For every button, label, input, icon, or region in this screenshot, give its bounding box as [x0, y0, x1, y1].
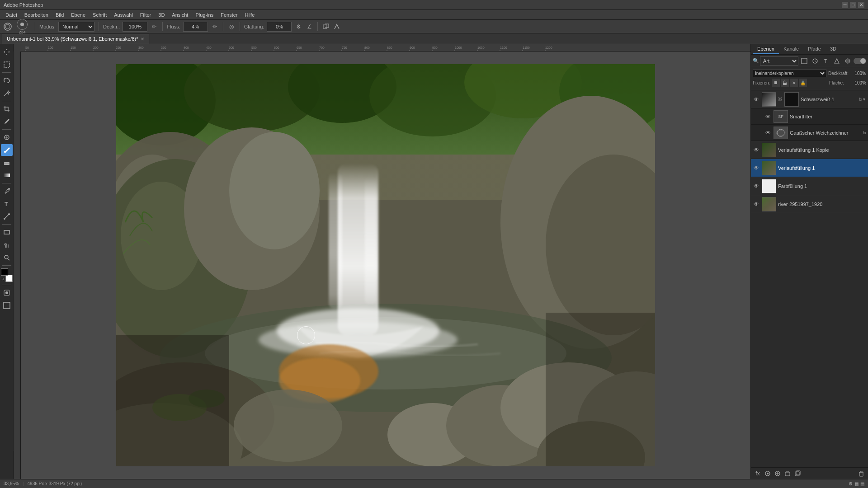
layer-subitem-gaussweich[interactable]: 👁 Gaußscher Weichzeichner fx — [751, 125, 868, 141]
lock-position-btn[interactable] — [781, 79, 789, 87]
layer-type-filter-adjust[interactable] — [810, 56, 820, 66]
patch-tool[interactable] — [1, 131, 13, 143]
angle-icon[interactable]: ∠ — [305, 23, 313, 31]
layer-subitem-smartfilter[interactable]: 👁 SF Smartfilter — [751, 108, 868, 125]
svg-rect-118 — [795, 472, 799, 476]
delete-layer-btn[interactable] — [857, 469, 865, 478]
layer-item-river[interactable]: 👁 river-2951997_1920 — [751, 195, 868, 213]
deckraft-pen-icon[interactable]: ✏ — [150, 23, 158, 31]
layer-vis-verlauf[interactable]: 👁 — [753, 164, 760, 172]
status-arrange-btn[interactable]: ▦ — [854, 481, 859, 486]
menu-ansicht[interactable]: Ansicht — [168, 11, 192, 19]
crop-tool[interactable] — [1, 103, 13, 115]
zoom-tool[interactable] — [1, 252, 13, 263]
path-selection-tool[interactable] — [1, 211, 13, 222]
document-tab[interactable]: Unbenannt-1 bei 33,9% (Schwarzweiß 1, Eb… — [2, 34, 149, 44]
layer-item-schwarzweiss[interactable]: 👁 ⛓ Schwarzweiß 1 fx▼ — [751, 90, 868, 108]
lock-pixels-btn[interactable] — [772, 79, 780, 87]
tab-close-btn[interactable]: ✕ — [141, 37, 144, 42]
menu-schrift[interactable]: Schrift — [89, 11, 110, 19]
status-layout-btn[interactable]: ▤ — [860, 481, 864, 486]
fluss-input[interactable] — [183, 22, 208, 32]
menu-filter[interactable]: Filter — [137, 11, 155, 19]
layer-filter-toggle[interactable] — [854, 58, 866, 64]
create-new-layer-btn[interactable] — [793, 469, 802, 478]
svg-point-115 — [767, 473, 769, 474]
airbrush-icon[interactable]: ◎ — [227, 23, 236, 31]
deckraft-input[interactable] — [123, 22, 147, 32]
layer-vis-gaussweich[interactable]: 👁 — [764, 129, 772, 136]
background-color-swatch[interactable] — [5, 275, 13, 282]
layer-type-filter-text[interactable]: T — [821, 56, 831, 66]
text-tool[interactable]: T — [1, 198, 13, 210]
menu-3d[interactable]: 3D — [155, 11, 168, 19]
menu-ebene[interactable]: Ebene — [67, 11, 89, 19]
add-mask-btn[interactable] — [764, 469, 772, 478]
layer-type-filter-vector[interactable] — [832, 56, 842, 66]
tab-ebenen[interactable]: Ebenen — [753, 44, 779, 54]
layer-type-filter-smart[interactable] — [843, 56, 853, 66]
create-group-btn[interactable] — [783, 469, 792, 478]
maximize-button[interactable]: □ — [850, 2, 856, 8]
eyedropper-tool[interactable] — [1, 116, 13, 127]
divider-3 — [162, 22, 163, 31]
quick-mask-btn[interactable] — [1, 287, 13, 299]
close-button[interactable]: ✕ — [858, 2, 864, 8]
canvas-area[interactable]: 50 100 150 200 250 300 350 400 450 500 5… — [14, 44, 750, 479]
modulus-select[interactable]: Normal — [58, 22, 94, 32]
svg-point-0 — [4, 23, 11, 30]
layer-vis-farbfullung[interactable]: 👁 — [753, 183, 760, 190]
magic-wand-tool[interactable] — [1, 87, 13, 99]
lock-artboard-btn[interactable]: ✕ — [790, 79, 798, 87]
tab-3d[interactable]: 3D — [826, 44, 841, 54]
menu-bearbeiten[interactable]: Bearbeiten — [21, 11, 52, 19]
tab-kanale[interactable]: Kanäle — [779, 44, 803, 54]
tab-pfade[interactable]: Pfade — [803, 44, 826, 54]
hand-tool[interactable] — [1, 239, 13, 251]
lock-all-btn[interactable]: 🔒 — [799, 79, 807, 87]
svg-point-2 — [20, 23, 24, 26]
eraser-tool[interactable] — [1, 157, 13, 169]
gradient-tool[interactable] — [1, 169, 13, 181]
menu-plugins[interactable]: Plug-ins — [192, 11, 217, 19]
glattung-settings-icon[interactable]: ⚙ — [294, 23, 302, 31]
layer-vis-schwarzweiss[interactable]: 👁 — [753, 96, 760, 103]
status-settings-btn[interactable]: ⚙ — [849, 481, 853, 486]
add-layer-style-btn[interactable]: fx — [754, 469, 762, 478]
create-adj-layer-btn[interactable] — [774, 469, 782, 478]
layer-vis-river[interactable]: 👁 — [753, 201, 760, 208]
swap-colors-icon[interactable]: ⇄ — [1, 277, 5, 282]
screen-mode-btn[interactable] — [1, 300, 13, 311]
pen-tool[interactable] — [1, 185, 13, 197]
layer-item-farbfullung[interactable]: 👁 Farbfüllung 1 — [751, 177, 868, 195]
foreground-color-swatch[interactable] — [1, 268, 8, 276]
layer-vis-verlauf-kopie[interactable]: 👁 — [753, 146, 760, 154]
menu-fenster[interactable]: Fenster — [217, 11, 241, 19]
svg-point-11 — [8, 213, 10, 215]
layer-item-verlauf[interactable]: 👁 Verlaufsfüllung 1 — [751, 159, 868, 177]
layer-item-verlauf-kopie[interactable]: 👁 Verlaufsfüllung 1 Kopie — [751, 141, 868, 159]
menu-auswahl[interactable]: Auswahl — [110, 11, 137, 19]
rectangle-tool[interactable] — [1, 226, 13, 238]
menu-hilfe[interactable]: Hilfe — [241, 11, 258, 19]
move-tool[interactable] — [1, 46, 13, 58]
menu-bild[interactable]: Bild — [52, 11, 67, 19]
blend-mode-select[interactable]: Ineinanderkopieren — [753, 69, 826, 77]
menu-datei[interactable]: Datei — [2, 11, 21, 19]
pressure-icon[interactable] — [333, 23, 341, 31]
layer-type-filter-pixel[interactable] — [799, 56, 809, 66]
tool-preset-picker[interactable] — [3, 22, 13, 32]
fluss-pen-icon[interactable]: ✏ — [211, 23, 219, 31]
color-swatches[interactable]: ⇄ — [1, 268, 13, 282]
layer-vis-smartfilter[interactable]: 👁 — [764, 113, 772, 120]
canvas-content[interactable] — [21, 52, 750, 479]
clone-source-icon[interactable] — [322, 23, 330, 31]
selection-tool[interactable] — [1, 59, 13, 70]
brush-tool[interactable] — [1, 144, 13, 156]
svg-text:1050: 1050 — [477, 46, 485, 49]
minimize-button[interactable]: ─ — [842, 2, 848, 8]
tool-sep-1 — [2, 72, 11, 73]
layer-filter-type[interactable]: Art — [760, 56, 798, 66]
lasso-tool[interactable] — [1, 75, 13, 86]
glattung-input[interactable] — [267, 22, 292, 32]
